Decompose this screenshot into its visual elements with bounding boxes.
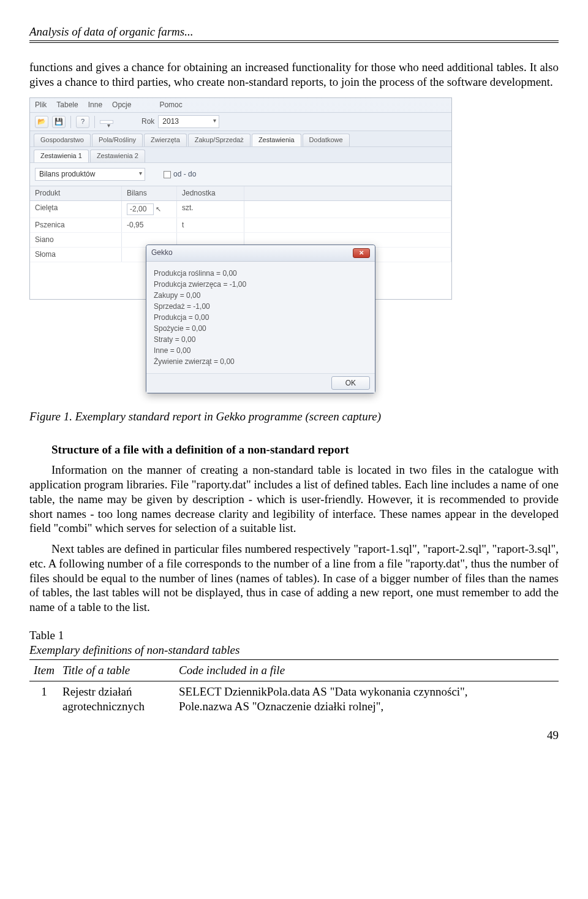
filter-bar: Bilans produktów od - do xyxy=(30,163,451,186)
od-do-label: od - do xyxy=(173,170,196,178)
toolbar-save-icon[interactable]: 💾 xyxy=(52,116,66,128)
code-line: Pole.nazwa AS "Oznaczenie działki rolnej… xyxy=(179,700,383,713)
cell-bilans-input[interactable]: -2,00 xyxy=(127,203,154,215)
toolbar-separator xyxy=(94,116,95,128)
toolbar-combo[interactable] xyxy=(100,120,113,124)
toolbar: 📂 💾 ? Rok 2013 xyxy=(30,113,451,131)
th-item: Item xyxy=(29,661,59,680)
td-item: 1 xyxy=(29,683,59,716)
menu-plik[interactable]: Plik xyxy=(35,101,47,110)
table-rule xyxy=(29,659,559,660)
col-produkt[interactable]: Produkt xyxy=(30,186,122,200)
menu-pomoc[interactable]: Pomoc xyxy=(159,101,182,110)
tab-zwierzeta[interactable]: Zwierzęta xyxy=(144,134,187,146)
dialog-line: Produkcja roślinna = 0,00 xyxy=(154,268,368,279)
subtab-z2[interactable]: Zestawienia 2 xyxy=(90,150,145,162)
cell-produkt: Cielęta xyxy=(30,201,122,218)
running-header: Analysis of data of organic farms... xyxy=(29,25,559,39)
dialog-body: Produkcja roślinna = 0,00 Produkcja zwie… xyxy=(146,262,375,373)
table-caption: Exemplary definitions of non-standard ta… xyxy=(29,643,559,658)
table-row: 1 Rejestr działań agrotechnicznych SELEC… xyxy=(29,683,559,716)
dialog-line: Inne = 0,00 xyxy=(154,345,368,356)
tab-gospodarstwo[interactable]: Gospodarstwo xyxy=(34,134,91,146)
dialog-title: Gekko xyxy=(151,248,173,257)
cell-jednostka: szt. xyxy=(177,201,244,218)
year-combo[interactable]: 2013 xyxy=(158,115,219,128)
close-icon[interactable]: ✕ xyxy=(353,248,370,258)
table-header-row: Item Title of a table Code included in a… xyxy=(29,661,559,680)
menu-tabele[interactable]: Tabele xyxy=(56,101,78,110)
page-number: 49 xyxy=(29,728,559,743)
th-title: Title of a table xyxy=(59,661,175,680)
paragraph-intro: functions and gives a chance for obtaini… xyxy=(29,60,559,89)
col-jednostka[interactable]: Jednostka xyxy=(177,186,244,200)
figure-caption: Figure 1. Exemplary standard report in G… xyxy=(29,409,559,424)
table-label: Table 1 xyxy=(29,628,559,643)
menu-opcje[interactable]: Opcje xyxy=(112,101,131,110)
dialog-footer: OK xyxy=(146,373,375,393)
ok-button[interactable]: OK xyxy=(331,376,370,390)
dialog-line: Żywienie zwierząt = 0,00 xyxy=(154,356,368,367)
table-row[interactable]: Pszenica -0,95 t xyxy=(30,218,451,233)
grid-header: Produkt Bilans Jednostka xyxy=(30,186,451,201)
header-rule xyxy=(29,40,559,43)
year-label: Rok xyxy=(141,117,154,126)
col-bilans[interactable]: Bilans xyxy=(122,186,177,200)
screenshot-figure: Plik Tabele Inne Opcje Pomoc 📂 💾 ? Rok 2… xyxy=(29,97,559,393)
cell-jednostka: t xyxy=(177,218,244,232)
cursor-arrow-icon: ↖ xyxy=(156,205,161,213)
menubar: Plik Tabele Inne Opcje Pomoc xyxy=(30,98,451,113)
code-line: SELECT DziennikPola.data AS "Data wykona… xyxy=(179,685,468,698)
dialog-line: Zakupy = 0,00 xyxy=(154,290,368,301)
od-do-checkbox[interactable]: od - do xyxy=(164,170,196,179)
toolbar-separator xyxy=(70,116,71,128)
dialog-line: Produkcja zwierzęca = -1,00 xyxy=(154,279,368,290)
dialog-titlebar: Gekko ✕ xyxy=(146,245,375,262)
td-title: Rejestr działań agrotechnicznych xyxy=(59,683,175,716)
subtab-z1[interactable]: Zestawienia 1 xyxy=(34,150,89,162)
cell-bilans: -0,95 xyxy=(122,218,177,232)
tab-zestawienia[interactable]: Zestawienia xyxy=(252,134,301,146)
main-tabs: Gospodarstwo Pola/Rośliny Zwierzęta Zaku… xyxy=(30,131,451,147)
definitions-table: Item Title of a table Code included in a… xyxy=(29,661,559,715)
tab-dodatkowe[interactable]: Dodatkowe xyxy=(303,134,350,146)
paragraph-body: Information on the manner of creating a … xyxy=(29,463,559,536)
dialog-line: Straty = 0,00 xyxy=(154,334,368,345)
cell-produkt: Siano xyxy=(30,233,122,247)
dialog-line: Spożycie = 0,00 xyxy=(154,323,368,334)
cell-produkt: Słoma xyxy=(30,248,122,262)
table-rule xyxy=(29,681,559,681)
table-row[interactable]: Cielęta -2,00 ↖ szt. xyxy=(30,201,451,218)
section-title: Structure of a file with a definition of… xyxy=(29,442,559,457)
menu-inne[interactable]: Inne xyxy=(88,101,102,110)
paragraph-body: Next tables are defined in particular fi… xyxy=(29,542,559,615)
dialog-line: Produkcja = 0,00 xyxy=(154,312,368,323)
dialog-line: Sprzedaż = -1,00 xyxy=(154,301,368,312)
toolbar-help-icon[interactable]: ? xyxy=(76,116,89,128)
tab-pola[interactable]: Pola/Rośliny xyxy=(92,134,143,146)
gekko-dialog: Gekko ✕ Produkcja roślinna = 0,00 Produk… xyxy=(146,245,375,393)
sub-tabs: Zestawienia 1 Zestawienia 2 xyxy=(30,147,451,163)
td-code: SELECT DziennikPola.data AS "Data wykona… xyxy=(175,683,559,716)
toolbar-open-icon[interactable]: 📂 xyxy=(35,116,48,128)
th-code: Code included in a file xyxy=(175,661,559,680)
report-combo[interactable]: Bilans produktów xyxy=(35,168,145,181)
tab-zakup[interactable]: Zakup/Sprzedaż xyxy=(188,134,251,146)
cell-produkt: Pszenica xyxy=(30,218,122,232)
